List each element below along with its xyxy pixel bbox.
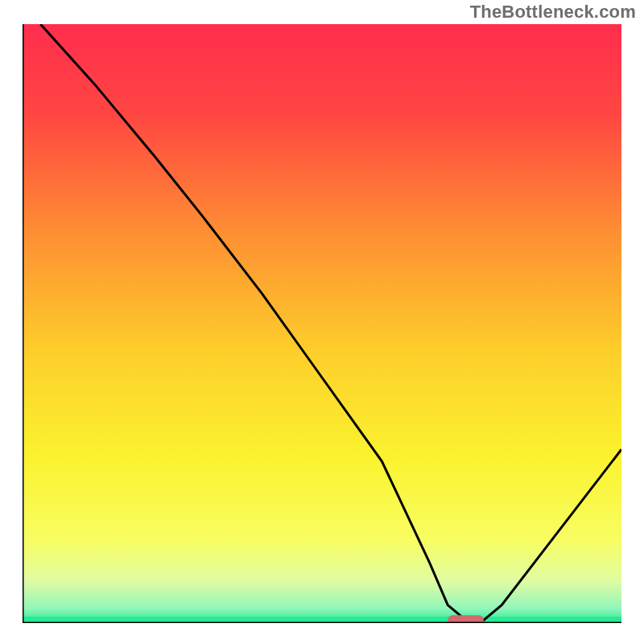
chart-area bbox=[23, 24, 621, 623]
chart-svg bbox=[23, 24, 621, 623]
watermark-text: TheBottleneck.com bbox=[470, 2, 636, 23]
gradient-background bbox=[23, 24, 621, 623]
